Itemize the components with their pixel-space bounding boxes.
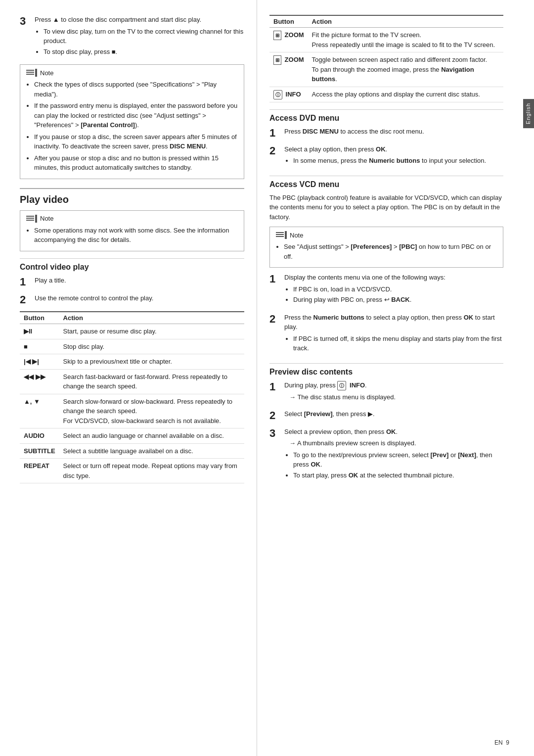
svg-rect-6: [26, 220, 34, 221]
vcd-step-2: 2 Press the Numeric buttons to select a …: [269, 313, 503, 356]
action-audio: Select an audio language or channel avai…: [59, 428, 244, 444]
note-3-label: Note: [290, 232, 303, 239]
note-2-items: Some operations may not work with some d…: [34, 226, 238, 245]
note-2-header: Note: [26, 215, 238, 223]
action-zoom-2: Toggle between screen aspect ratio and d…: [308, 52, 503, 87]
svg-rect-8: [276, 232, 284, 233]
preview-step-3-content: Select a preview option, then press OK. …: [284, 427, 503, 483]
step-3-text: Press ▲ to close the disc compartment an…: [35, 15, 244, 25]
table-row: ▲, ▼ Search slow-forward or slow-backwar…: [20, 394, 244, 428]
step-3-number: 3: [20, 15, 35, 28]
vcd-intro-text: The PBC (playback control) feature is av…: [269, 193, 503, 222]
svg-rect-5: [26, 218, 34, 219]
note-lines-icon: [26, 69, 37, 77]
dvd-step-2: 2 Select a play option, then press OK. I…: [269, 144, 503, 169]
control-step-1-text: Play a title.: [35, 276, 244, 285]
preview-step-3-text: Select a preview option, then press OK.: [284, 427, 503, 437]
action-skip: Skip to a previous/next title or chapter…: [59, 354, 244, 370]
note-1-item-3: If you pause or stop a disc, the screen …: [34, 132, 238, 151]
page-footer: EN 9: [494, 739, 509, 746]
button-subtitle: SUBTITLE: [20, 443, 59, 459]
preview-step-2-num: 2: [269, 409, 284, 422]
button-info: ⓘ INFO: [269, 87, 308, 102]
vcd-step-1: 1 Display the contents menu via one of t…: [269, 273, 503, 308]
control-step-2-content: Use the remote control to control the pl…: [35, 293, 244, 305]
note-3-items: See "Adjust settings" > [Preferences] > …: [284, 242, 497, 261]
note-1-item-2: If the password entry menu is displayed,…: [34, 101, 238, 130]
zoom-table: Button Action ⊞ ZOOM Fit the picture for…: [269, 15, 503, 102]
note-1-header: Note: [26, 69, 238, 77]
svg-rect-4: [26, 216, 34, 217]
button-slow: ▲, ▼: [20, 394, 59, 428]
note-1-items: Check the types of discs supported (see …: [34, 80, 238, 173]
control-table: Button Action ▶II Start, pause or resume…: [20, 311, 244, 483]
control-table-header-action: Action: [59, 312, 244, 324]
button-zoom-2: ⊞ ZOOM: [269, 52, 308, 87]
vcd-step-1-bullet-1: If PBC is on, load in a VCD/SVCD.: [293, 284, 503, 294]
control-table-header-button: Button: [20, 312, 59, 324]
section-dvd-menu: Access DVD menu: [269, 109, 503, 123]
svg-rect-2: [26, 74, 34, 75]
action-zoom-1: Fit the picture format to the TV screen.…: [308, 28, 503, 52]
table-row: AUDIO Select an audio language or channe…: [20, 428, 244, 444]
vcd-step-2-bullets: If PBC is turned off, it skips the menu …: [293, 334, 503, 353]
control-step-1: 1 Play a title.: [20, 276, 244, 288]
note-1-label: Note: [40, 69, 53, 77]
dvd-step-1: 1 Press DISC MENU to access the disc roo…: [269, 127, 503, 140]
control-step-2-text: Use the remote control to control the pl…: [35, 293, 244, 303]
preview-step-1-arrow: → The disc status menu is displayed.: [289, 392, 503, 402]
svg-rect-10: [276, 236, 284, 237]
section-preview: Preview disc contents: [269, 363, 503, 377]
language-tab: English: [523, 99, 534, 128]
control-step-1-num: 1: [20, 276, 35, 288]
action-info: Access the play options and display the …: [308, 87, 503, 102]
vcd-step-1-bullet-2: During play with PBC on, press ↩ BACK.: [293, 295, 503, 305]
svg-rect-7: [35, 215, 37, 223]
note-icon-3: [276, 231, 287, 239]
right-column: Button Action ⊞ ZOOM Fit the picture for…: [257, 0, 523, 756]
preview-step-1-text: During play, press ⓘ INFO.: [284, 380, 503, 390]
control-step-1-content: Play a title.: [35, 276, 244, 287]
button-repeat: REPEAT: [20, 459, 59, 483]
button-skip: |◀ ▶|: [20, 354, 59, 370]
step-3-content: Press ▲ to close the disc compartment an…: [35, 15, 244, 59]
table-row: ◀◀ ▶▶ Search fast-backward or fast-forwa…: [20, 369, 244, 394]
note-icon-1: [26, 69, 37, 77]
action-search: Search fast-backward or fast-forward. Pr…: [59, 369, 244, 394]
step-3-bullets: To view disc play, turn on the TV to the…: [44, 27, 244, 57]
preview-step-3-bullet-1: To go to the next/previous prview screen…: [293, 450, 503, 470]
preview-step-3-arrow: → A thumbnails preview screen is display…: [289, 438, 503, 448]
table-row: ⊞ ZOOM Toggle between screen aspect rati…: [269, 52, 503, 87]
vcd-step-2-text: Press the Numeric buttons to select a pl…: [284, 313, 503, 332]
preview-step-1-content: During play, press ⓘ INFO. → The disc st…: [284, 380, 503, 404]
table-row: SUBTITLE Select a subtitle language avai…: [20, 443, 244, 459]
table-row: |◀ ▶| Skip to a previous/next title or c…: [20, 354, 244, 370]
note-box-2: Note Some operations may not work with s…: [20, 210, 244, 251]
section-play-video: Play video: [20, 188, 244, 205]
subsection-control-video: Control video play: [20, 258, 244, 272]
preview-step-3-bullet-2: To start play, press OK at the selected …: [293, 471, 503, 480]
vcd-step-1-bullets: If PBC is on, load in a VCD/SVCD. During…: [293, 284, 503, 305]
preview-step-1-num: 1: [269, 380, 284, 393]
vcd-step-2-bullet-1: If PBC is turned off, it skips the menu …: [293, 334, 503, 353]
zoom-table-header-button: Button: [269, 15, 308, 28]
section-vcd-menu: Access VCD menu: [269, 176, 503, 189]
note-3-item-1: See "Adjust settings" > [Preferences] > …: [284, 242, 497, 261]
note-lines-icon-3: [276, 231, 287, 239]
dvd-step-2-bullet-1: In some menus, press the Numeric buttons…: [293, 156, 503, 166]
table-row: ⓘ INFO Access the play options and displ…: [269, 87, 503, 102]
left-column: 3 Press ▲ to close the disc compartment …: [0, 0, 257, 756]
preview-step-1: 1 During play, press ⓘ INFO. → The disc …: [269, 380, 503, 404]
table-row: REPEAT Select or turn off repeat mode. R…: [20, 459, 244, 483]
svg-rect-3: [35, 69, 37, 77]
dvd-step-2-content: Select a play option, then press OK. In …: [284, 144, 503, 169]
button-play-pause: ▶II: [20, 324, 59, 339]
note-1-item-4: After you pause or stop a disc and no bu…: [34, 153, 238, 173]
zoom-table-header-action: Action: [308, 15, 503, 28]
action-play-pause: Start, pause or resume disc play.: [59, 324, 244, 339]
note-box-1: Note Check the types of discs supported …: [20, 64, 244, 179]
note-2-label: Note: [40, 215, 53, 222]
table-row: ■ Stop disc play.: [20, 339, 244, 354]
preview-step-2: 2 Select [Preview], then press ▶.: [269, 409, 503, 422]
vcd-step-1-num: 1: [269, 273, 284, 285]
